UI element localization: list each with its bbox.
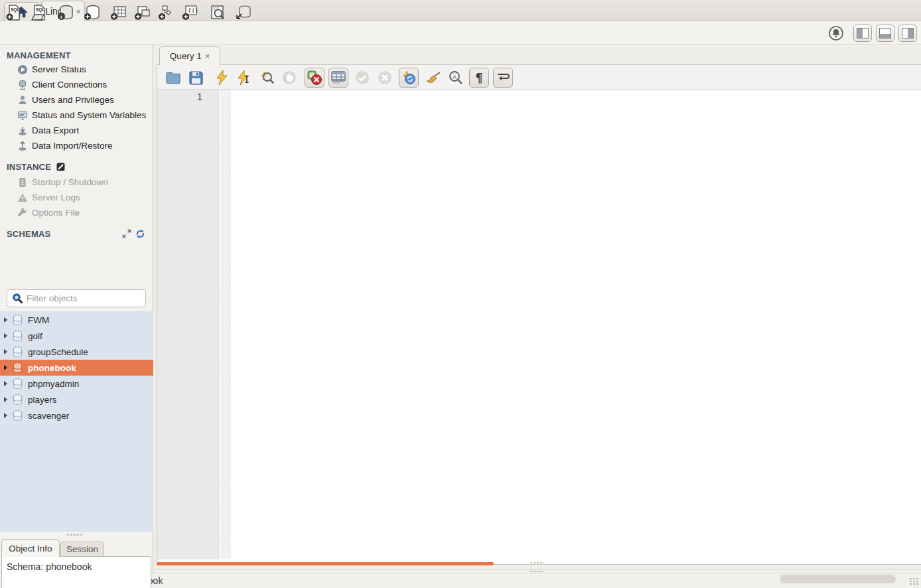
open-folder-icon — [166, 71, 181, 84]
schema-name: players — [28, 395, 57, 405]
sidebar-splitter-handle[interactable] — [0, 532, 153, 538]
sidebar-item-client-connections[interactable]: Client Connections — [0, 77, 153, 92]
create-view-icon[interactable] — [134, 4, 151, 21]
expander-icon[interactable] — [4, 317, 7, 323]
management-header: MANAGEMENT — [7, 50, 71, 60]
schema-row-phonebook[interactable]: phonebook — [0, 360, 153, 376]
search-database-icon[interactable] — [209, 4, 226, 21]
find-icon: A — [449, 70, 463, 85]
reconnect-database-icon[interactable] — [235, 4, 252, 21]
schema-row-groupschedule[interactable]: groupSchedule — [0, 344, 153, 360]
execute-current-button[interactable] — [236, 70, 252, 86]
expander-icon[interactable] — [4, 333, 7, 338]
notifications-button[interactable] — [828, 25, 844, 41]
expander-icon[interactable] — [4, 397, 7, 402]
schema-filter[interactable] — [7, 289, 146, 307]
tab-label: Session — [66, 544, 98, 554]
schema-row-fwm[interactable]: FWM — [0, 312, 153, 328]
create-schema-icon[interactable] — [84, 4, 101, 21]
sidebar-item-server-logs[interactable]: Server Logs — [0, 190, 153, 205]
expander-icon[interactable] — [4, 349, 7, 354]
execute-lightning-icon — [216, 70, 228, 85]
instance-config-icon — [56, 163, 65, 171]
toggle-bottom-panel-button[interactable] — [876, 25, 894, 42]
save-icon — [189, 71, 203, 85]
commit-check-icon — [355, 70, 370, 85]
create-function-icon[interactable]: {()} — [182, 4, 199, 21]
stop-hand-icon — [282, 70, 297, 85]
find-button[interactable]: A — [448, 70, 464, 86]
create-table-icon[interactable] — [110, 4, 127, 21]
save-script-button[interactable] — [188, 70, 204, 86]
instance-header: INSTANCE — [7, 162, 65, 172]
limit-rows-button[interactable] — [328, 68, 348, 88]
stop-on-error-icon — [307, 70, 322, 85]
right-panel-icon — [902, 28, 914, 38]
open-script-button[interactable] — [165, 70, 181, 86]
schema-name: phpmyadmin — [28, 379, 79, 389]
main-toolbar — [0, 21, 921, 45]
fold-margin — [220, 90, 231, 559]
tab-query-1[interactable]: Query 1 × — [159, 46, 220, 65]
expander-icon[interactable] — [4, 365, 7, 370]
beautify-button[interactable] — [425, 70, 441, 86]
refresh-icon — [135, 229, 145, 239]
schema-name: FWM — [28, 315, 49, 325]
sidebar-item-system-variables[interactable]: Status and System Variables — [0, 108, 153, 123]
tab-session[interactable]: Session — [60, 542, 104, 557]
schema-icon — [13, 410, 23, 421]
broom-icon — [425, 71, 441, 84]
schema-row-scavenger[interactable]: scavenger — [0, 407, 153, 423]
new-sql-tab-icon[interactable]: SQL — [5, 4, 23, 21]
expander-icon[interactable] — [4, 413, 7, 418]
schema-filter-input[interactable] — [27, 293, 136, 303]
explain-button[interactable] — [259, 70, 275, 86]
toggle-wrap-button[interactable] — [493, 68, 513, 88]
bottom-panel-icon — [879, 28, 891, 38]
svg-text:SQL: SQL — [36, 7, 44, 13]
database-info-icon[interactable]: i — [57, 4, 74, 21]
sidebar-item-options-file[interactable]: Options File — [0, 205, 153, 220]
schemas-header: SCHEMAS — [7, 229, 50, 239]
sidebar-item-label: Status and System Variables — [32, 110, 146, 120]
create-procedure-icon[interactable] — [158, 4, 175, 21]
object-info-text: Schema: phonebook — [7, 561, 151, 572]
toggle-autocommit-button[interactable] — [399, 68, 419, 88]
sidebar-item-startup-shutdown[interactable]: Startup / Shutdown — [0, 175, 153, 190]
schemas-refresh-button[interactable] — [135, 229, 145, 239]
connection-tab-close-icon[interactable]: × — [76, 7, 81, 16]
stop-query-button[interactable] — [281, 70, 297, 86]
expander-icon[interactable] — [4, 381, 7, 386]
show-invisibles-button[interactable]: ¶ — [469, 68, 489, 88]
schema-row-phpmyadmin[interactable]: phpmyadmin — [0, 376, 153, 392]
sql-editor[interactable]: 1 — [157, 90, 921, 559]
wrench-icon — [17, 208, 28, 218]
open-sql-script-icon[interactable]: SQL — [31, 4, 48, 21]
sidebar-item-label: Data Import/Restore — [32, 141, 113, 151]
status-scrollbar-thumb[interactable] — [780, 575, 896, 583]
tab-object-info[interactable]: Object Info — [1, 539, 60, 557]
svg-text:A: A — [453, 74, 457, 80]
schema-row-golf[interactable]: golf — [0, 328, 153, 344]
schema-name: golf — [28, 331, 42, 341]
bell-icon — [828, 25, 844, 41]
query-tab-close-icon[interactable]: × — [205, 52, 210, 60]
toggle-stop-on-error-button[interactable] — [305, 68, 324, 88]
toggle-right-panel-button[interactable] — [898, 25, 917, 42]
limit-rows-icon — [331, 71, 346, 84]
window-resize-grip[interactable] — [909, 577, 918, 585]
sidebar: MANAGEMENT Server Status Client Connecti… — [0, 45, 153, 573]
sidebar-item-data-export[interactable]: Data Export — [0, 123, 153, 138]
sidebar-item-data-import[interactable]: Data Import/Restore — [0, 138, 153, 153]
execute-button[interactable] — [214, 70, 230, 86]
sidebar-item-server-status[interactable]: Server Status — [0, 62, 153, 77]
schema-row-players[interactable]: players — [0, 392, 153, 407]
sidebar-item-users-privileges[interactable]: Users and Privileges — [0, 92, 153, 108]
rollback-button[interactable] — [377, 70, 393, 86]
schema-icon — [13, 378, 23, 389]
left-panel-icon — [857, 28, 869, 38]
search-icon — [12, 293, 23, 304]
commit-button[interactable] — [354, 70, 370, 86]
toggle-left-panel-button[interactable] — [853, 25, 872, 42]
schemas-expand-button[interactable] — [122, 229, 131, 238]
